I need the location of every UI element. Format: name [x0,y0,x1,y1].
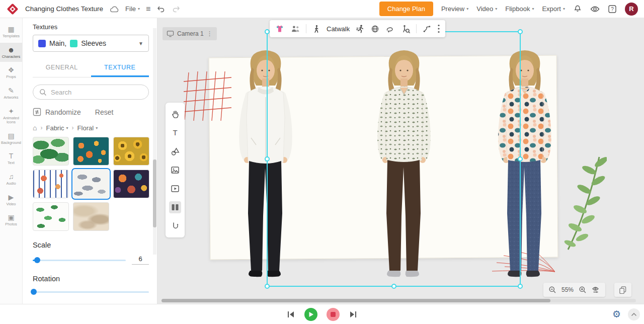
scale-value[interactable]: 6 [132,255,149,265]
selection-handle[interactable] [265,156,270,161]
skip-to-end-icon[interactable] [349,310,358,318]
sidebar-item-props[interactable]: ❖Props [0,63,22,83]
sidebar-item-audio[interactable]: ♫Audio [0,170,22,189]
layer-selector[interactable]: Main, Sleeves ▼ [33,35,149,52]
tab-general[interactable]: GENERAL [33,59,91,77]
breadcrumb-fabric[interactable]: Fabric▾ [46,124,68,132]
sidebar-item-video[interactable]: ▶Video [0,190,22,210]
character-3[interactable] [477,47,573,289]
sidebar-item-templates[interactable]: ▦Templates [0,22,22,42]
catwalk-action[interactable]: Catwalk [327,25,350,33]
rotation-slider[interactable] [33,289,149,295]
flipbook-menu[interactable]: Flipbook▾ [505,5,534,13]
chevron-down-icon: ▾ [466,7,468,11]
notifications-bell-icon[interactable] [573,5,582,14]
canvas-area[interactable]: Camera 1 ⋮ Catwalk [157,18,644,304]
sidebar-item-characters[interactable]: ☻Characters [0,43,22,62]
reset-button[interactable]: Reset [95,108,114,116]
randomize-button[interactable]: Randomize [45,108,81,116]
texture-striped-floral[interactable] [33,170,69,198]
sidebar-item-background[interactable]: ▤Background [0,129,22,148]
sidebar-item-artworks[interactable]: ✎Artworks [0,84,22,103]
camera-chip[interactable]: Camera 1 ⋮ [163,27,217,40]
selection-handle[interactable] [391,284,396,289]
pan-tool-icon[interactable] [169,108,182,120]
zoom-out-icon[interactable] [548,286,556,294]
layer-label-sleeves: Sleeves [81,39,106,47]
change-plan-button[interactable]: Change Plan [379,2,433,16]
swap-character-icon[interactable] [290,24,300,33]
texture-monstera-leaves[interactable] [33,137,69,166]
file-menu[interactable]: File▾ [125,5,140,13]
selection-handle[interactable] [518,284,523,289]
sidebar-item-text[interactable]: TText [0,149,22,169]
canvas-horizontal-scrollbar[interactable] [162,299,636,302]
play-button[interactable] [304,308,317,321]
menu-icon[interactable]: ≡ [146,5,150,14]
split-view-icon[interactable] [169,201,181,213]
preview-eye-icon[interactable] [590,6,600,13]
texture-gray-leaves[interactable] [73,170,109,198]
texture-marble[interactable] [73,202,109,231]
app-logo[interactable] [6,3,19,16]
character-1[interactable] [218,47,313,289]
redo-icon[interactable] [172,5,181,14]
avatar[interactable]: R [625,3,638,16]
rotation-slider-thumb[interactable] [31,289,37,295]
texture-bold-flowers[interactable] [113,170,149,198]
breadcrumb: ⌂ › Fabric▾ › Floral▾ [33,124,149,132]
texture-sunflowers[interactable] [113,137,149,166]
run-icon[interactable] [355,24,365,34]
chevron-down-icon: ▾ [138,7,140,11]
text-icon: T [1,152,22,160]
skip-to-start-icon[interactable] [286,310,295,318]
rotate-globe-icon[interactable] [370,24,380,34]
lasso-icon[interactable] [385,24,395,34]
texture-orange-floral[interactable] [73,137,109,166]
text-tool-icon[interactable]: T [169,127,181,139]
selection-handle[interactable] [518,29,523,34]
export-menu[interactable]: Export▾ [542,5,565,13]
home-icon[interactable]: ⌂ [33,124,37,132]
sidebar-item-photos[interactable]: ▣Photos [0,210,22,230]
more-options-icon[interactable]: ⋮ [207,30,213,37]
panel-scrollbar[interactable] [153,28,156,255]
breadcrumb-floral[interactable]: Floral▾ [77,124,98,132]
scrollbar-thumb[interactable] [153,159,156,227]
shapes-tool-icon[interactable] [169,145,182,157]
top-bar: Changing Clothes Texture File▾ ≡ Change … [0,0,644,18]
collapse-chevron-icon[interactable] [628,308,640,320]
selection-handle[interactable] [265,29,270,34]
project-title[interactable]: Changing Clothes Texture [25,5,103,13]
character-2[interactable] [356,47,452,289]
selection-handle[interactable] [518,156,523,161]
more-options-icon[interactable] [437,24,440,33]
preview-menu[interactable]: Preview▾ [441,5,468,13]
sidebar-item-animated-icons[interactable]: ✦Animated Icons [0,104,22,128]
visibility-settings-icon[interactable] [592,286,600,294]
texture-scattered-leaves[interactable] [33,202,69,231]
hook-tool-icon[interactable] [169,220,181,232]
undo-icon[interactable] [156,5,166,14]
search-icon [39,89,47,96]
scale-slider-thumb[interactable] [34,257,40,263]
duplicate-canvas-button[interactable] [614,283,631,297]
sidebar-item-label: Background [1,141,22,145]
tab-texture[interactable]: TEXTURE [91,59,149,77]
image-tool-icon[interactable] [169,164,181,176]
video-tool-icon[interactable] [169,183,181,195]
settings-gear-icon[interactable]: ⚙ [612,308,621,320]
stop-button[interactable] [327,308,340,321]
route-icon[interactable] [422,24,432,34]
zoom-level[interactable]: 55% [561,286,574,293]
pose-search-icon[interactable] [400,24,411,34]
search-input[interactable] [51,89,142,96]
selection-handle[interactable] [265,284,270,289]
video-menu[interactable]: Video▾ [476,5,497,13]
zoom-in-icon[interactable] [579,286,587,294]
scale-slider[interactable] [33,257,126,263]
scrollbar-thumb[interactable] [162,299,550,302]
walk-icon[interactable] [312,24,321,34]
outfit-icon[interactable] [275,24,285,34]
help-icon[interactable]: ? [608,5,617,14]
